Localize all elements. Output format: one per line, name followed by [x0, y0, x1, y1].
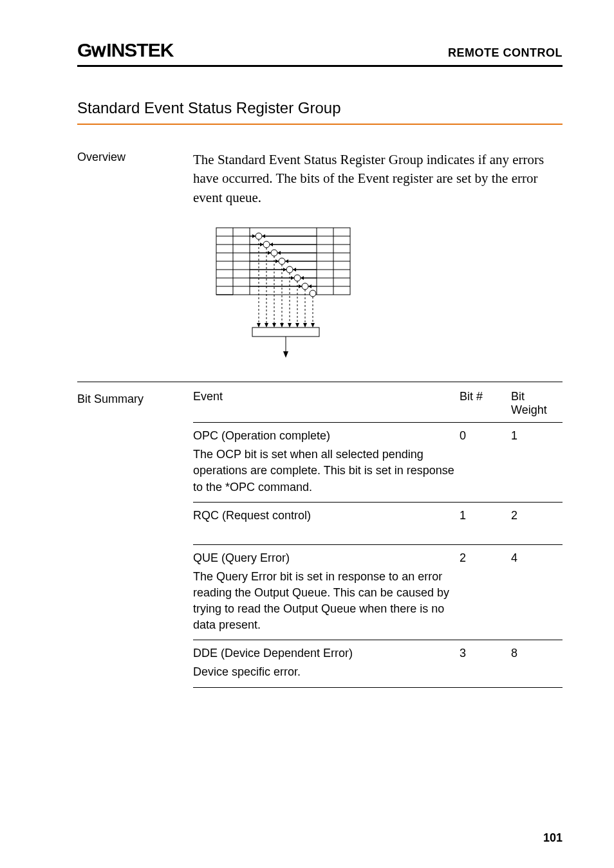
svg-marker-35: [252, 234, 256, 238]
register-diagram: [193, 223, 563, 367]
svg-marker-62: [295, 323, 299, 328]
bitnum-cell: 1: [460, 509, 511, 526]
table-row: RQC (Request control) 1 2: [193, 503, 563, 545]
svg-marker-63: [303, 323, 307, 328]
brand-logo: GᴡINSTEK: [77, 39, 173, 61]
header-section-name: REMOTE CONTROL: [448, 46, 563, 60]
svg-marker-33: [301, 276, 304, 280]
event-desc: The Query Error bit is set in response t…: [193, 569, 460, 634]
svg-point-12: [256, 233, 262, 239]
overview-text: The Standard Event Status Register Group…: [193, 151, 563, 207]
svg-marker-37: [268, 251, 271, 255]
section-title: Standard Event Status Register Group: [77, 99, 563, 125]
event-name: OPC (Operation complete): [193, 429, 460, 443]
header-bitnum: Bit #: [460, 390, 511, 417]
svg-point-19: [310, 290, 316, 297]
event-name: RQC (Request control): [193, 509, 460, 522]
table-header-row: Event Bit # Bit Weight: [193, 382, 563, 423]
svg-marker-39: [283, 268, 286, 272]
overview-row: Overview The Standard Event Status Regis…: [77, 151, 563, 207]
logo-u: ᴡ: [91, 39, 106, 60]
weight-cell: 8: [511, 647, 563, 680]
bitnum-cell: 0: [460, 429, 511, 495]
svg-marker-58: [265, 323, 268, 328]
svg-point-18: [302, 283, 308, 290]
svg-marker-67: [283, 351, 288, 358]
page-number: 101: [543, 831, 563, 845]
table-row: QUE (Query Error) The Query Error bit is…: [193, 545, 563, 641]
logo-prefix: G: [77, 39, 91, 60]
svg-marker-32: [293, 268, 296, 272]
event-cell: QUE (Query Error) The Query Error bit is…: [193, 551, 460, 634]
svg-point-14: [271, 250, 277, 256]
svg-marker-34: [308, 284, 312, 288]
event-cell: RQC (Request control): [193, 509, 460, 526]
svg-marker-29: [270, 243, 273, 246]
event-cell: DDE (Device Dependent Error) Device spec…: [193, 647, 460, 680]
svg-marker-59: [272, 323, 276, 328]
bit-summary-content: Event Bit # Bit Weight OPC (Operation co…: [193, 382, 563, 688]
event-cell: OPC (Operation complete) The OCP bit is …: [193, 429, 460, 495]
weight-cell: 1: [511, 429, 563, 495]
weight-cell: 4: [511, 551, 563, 634]
svg-marker-31: [285, 259, 288, 263]
svg-point-17: [294, 275, 301, 281]
svg-marker-36: [260, 243, 263, 246]
header-weight: Bit Weight: [511, 390, 563, 417]
page-header: GᴡINSTEK REMOTE CONTROL: [77, 39, 563, 67]
svg-marker-61: [288, 323, 292, 328]
table-row: OPC (Operation complete) The OCP bit is …: [193, 423, 563, 503]
svg-marker-30: [277, 251, 281, 255]
event-name: DDE (Device Dependent Error): [193, 647, 460, 660]
svg-marker-28: [262, 234, 265, 238]
event-desc: The OCP bit is set when all selected pen…: [193, 447, 460, 495]
svg-rect-65: [252, 328, 319, 337]
event-desc: Device specific error.: [193, 664, 460, 680]
table-row: DDE (Device Dependent Error) Device spec…: [193, 640, 563, 687]
svg-point-16: [286, 266, 293, 273]
svg-marker-64: [311, 323, 315, 328]
bit-summary-label: Bit Summary: [77, 382, 193, 688]
bitnum-cell: 3: [460, 647, 511, 680]
logo-rest: INSTEK: [106, 39, 173, 60]
bit-summary-table: Bit Summary Event Bit # Bit Weight OPC (…: [77, 382, 563, 688]
svg-marker-38: [275, 259, 279, 263]
svg-marker-60: [280, 323, 284, 328]
overview-label: Overview: [77, 151, 193, 207]
svg-marker-40: [291, 276, 294, 280]
svg-point-15: [279, 258, 285, 264]
weight-cell: 2: [511, 509, 563, 526]
bitnum-cell: 2: [460, 551, 511, 634]
svg-marker-57: [257, 323, 261, 328]
header-event: Event: [193, 390, 460, 417]
svg-marker-41: [299, 284, 302, 288]
svg-point-13: [263, 241, 270, 248]
event-name: QUE (Query Error): [193, 551, 460, 565]
register-diagram-svg: [193, 223, 373, 367]
